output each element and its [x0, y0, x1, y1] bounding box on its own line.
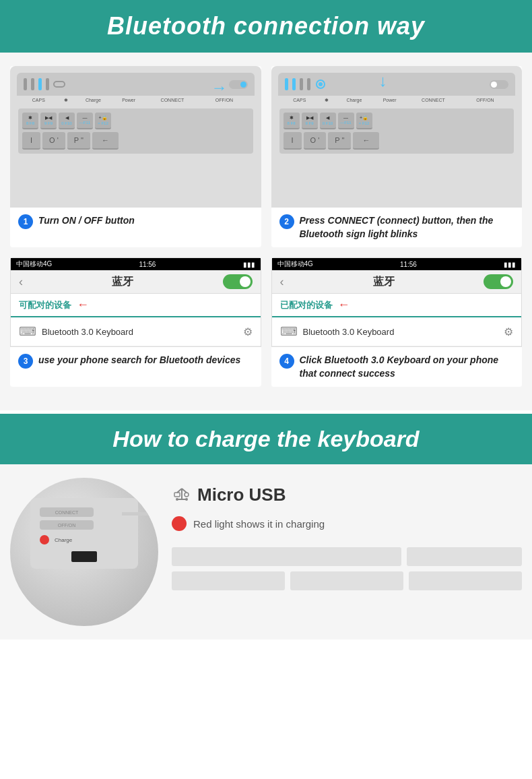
charge-title: How to charge the keyboard [13, 426, 519, 452]
offon-side-label: OFF/ON [58, 523, 75, 528]
time-3: 11:56 [139, 261, 156, 268]
step-3-phone: 中国移动4G 11:56 ▮▮▮ ‹ 蓝牙 可配对的设备 ← ⌨ Bluetoo… [10, 257, 261, 347]
bluetooth-toggle-4[interactable] [484, 274, 513, 289]
page-title: Bluetooth connection way [13, 12, 519, 40]
step-2-label: 2 Press CONNECT (connect) button, then t… [271, 208, 523, 247]
step-1-text: Turn ON / OFF button [38, 214, 135, 228]
connect-label-2: CONNECT [409, 98, 458, 103]
step-1-number: 1 [18, 214, 33, 229]
step-4-item: 中国移动4G 11:56 ▮▮▮ ‹ 蓝牙 已配对的设备 ← ⌨ Bluetoo… [271, 257, 523, 387]
carrier-3: 中国移动4G [16, 259, 52, 269]
offon-label: OFF/ON [199, 98, 248, 103]
step-2-item: ↓ CAPS ✱ [271, 66, 523, 247]
steps-grid: → CAPS ✱ Charge Power [10, 66, 522, 387]
charge-banner: How to charge the keyboard [0, 414, 532, 464]
time-4: 11:56 [400, 261, 417, 268]
header-banner: Bluetooth connection way [0, 0, 532, 53]
charge-red-dot [40, 535, 49, 544]
step-3-number: 3 [18, 354, 33, 369]
keyboard-icon-4: ⌨ [280, 324, 298, 339]
charge-dot-label: Charge [55, 537, 72, 543]
svg-point-4 [185, 493, 189, 497]
keyboard-icon-3: ⌨ [19, 324, 36, 339]
back-icon-3[interactable]: ‹ [19, 275, 23, 289]
offon-label-2: OFF/ON [461, 98, 510, 103]
svg-point-8 [185, 498, 188, 501]
step-3-text: use your phone search for Bluetooth devi… [38, 354, 240, 367]
red-arrow-4: ← [338, 298, 350, 312]
device-row-3[interactable]: ⌨ Bluetooth 3.0 Keyboard ⚙ [11, 317, 261, 346]
placeholder-bars [172, 547, 522, 590]
connect-label: CONNECT [147, 98, 197, 103]
phone-nav-4: ‹ 蓝牙 [272, 270, 522, 294]
red-light-label: Red light shows it in charging [193, 518, 325, 530]
settings-icon-4[interactable]: ⚙ [504, 325, 513, 338]
step-1-label: 1 Turn ON / OFF button [10, 208, 261, 236]
settings-icon-3[interactable]: ⚙ [243, 325, 253, 338]
caps-label: CAPS [22, 98, 55, 103]
usb-symbol-icon [172, 487, 192, 503]
usb-type-label: Micro USB [197, 485, 286, 505]
caps-label-2: CAPS [284, 98, 317, 103]
step-4-text: Click Bluetooth 3.0 Keyboard on your pho… [300, 354, 514, 380]
step-1-item: → CAPS ✱ Charge Power [10, 66, 261, 247]
svg-point-7 [176, 498, 178, 501]
step-2-text: Press CONNECT (connect) button, then the… [300, 214, 514, 241]
device-name-3: Bluetooth 3.0 Keyboard [42, 327, 243, 337]
svg-rect-3 [174, 493, 180, 497]
device-name-4: Bluetooth 3.0 Keyboard [303, 327, 504, 337]
step-3-item: 中国移动4G 11:56 ▮▮▮ ‹ 蓝牙 可配对的设备 ← ⌨ Bluetoo… [10, 257, 261, 387]
step-4-number: 4 [279, 354, 294, 369]
bluetooth-toggle-3[interactable] [223, 274, 253, 289]
power-label-2: Power [373, 98, 406, 103]
usb-port [71, 551, 97, 562]
step-2-keyboard: ↓ CAPS ✱ [271, 66, 523, 208]
carrier-4: 中国移动4G [277, 259, 313, 269]
charge-image-container: CONNECT OFF/ON Charge [10, 478, 158, 626]
charge-section: CONNECT OFF/ON Charge [0, 464, 532, 640]
svg-line-1 [177, 489, 182, 493]
battery-3: ▮▮▮ [243, 261, 255, 268]
charge-label-2: Charge [338, 98, 371, 103]
step-1-keyboard: → CAPS ✱ Charge Power [10, 66, 261, 208]
red-indicator-dot [172, 516, 187, 531]
right-arrow-icon: → [211, 78, 228, 97]
section-header-3: 可配对的设备 ← [11, 294, 261, 317]
battery-4: ▮▮▮ [504, 261, 516, 268]
usb-type-row: Micro USB [172, 485, 522, 505]
charge-label: Charge [77, 98, 110, 103]
step-2-number: 2 [279, 214, 294, 229]
step-3-label: 3 use your phone search for Bluetooth de… [10, 347, 261, 375]
status-bar-4: 中国移动4G 11:56 ▮▮▮ [272, 258, 522, 270]
phone-nav-3: ‹ 蓝牙 [11, 270, 261, 294]
red-light-row: Red light shows it in charging [172, 516, 522, 531]
usb-cable [122, 510, 158, 517]
charge-info: Micro USB Red light shows it in charging [172, 478, 522, 590]
down-arrow-icon: ↓ [379, 71, 387, 90]
red-arrow-3: ← [77, 298, 89, 312]
main-content: → CAPS ✱ Charge Power [0, 53, 532, 410]
device-row-4[interactable]: ⌨ Bluetooth 3.0 Keyboard ⚙ [272, 317, 522, 346]
power-label: Power [112, 98, 145, 103]
status-bar-3: 中国移动4G 11:56 ▮▮▮ [11, 258, 261, 270]
nav-title-4: 蓝牙 [373, 275, 395, 289]
section-label-3: 可配对的设备 [19, 299, 71, 311]
section-header-4: 已配对的设备 ← [272, 294, 522, 317]
step-4-phone: 中国移动4G 11:56 ▮▮▮ ‹ 蓝牙 已配对的设备 ← ⌨ Bluetoo… [271, 257, 523, 347]
connect-side-label: CONNECT [55, 510, 79, 515]
back-icon-4[interactable]: ‹ [280, 275, 284, 289]
nav-title-3: 蓝牙 [112, 275, 133, 289]
section-label-4: 已配对的设备 [280, 299, 333, 311]
step-4-label: 4 Click Bluetooth 3.0 Keyboard on your p… [271, 347, 523, 387]
svg-line-2 [182, 489, 187, 493]
star-label: ✱ [58, 98, 74, 103]
star-label-2: ✱ [319, 98, 335, 103]
